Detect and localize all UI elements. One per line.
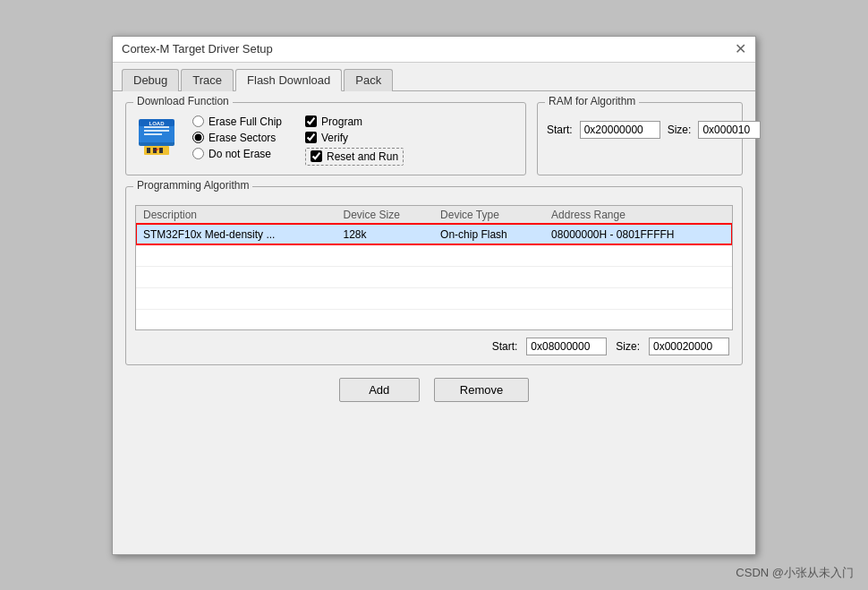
erase-full-chip-option[interactable]: Erase Full Chip [192, 115, 282, 128]
ram-group-label: RAM for Algorithm [545, 95, 639, 107]
tab-pack[interactable]: Pack [344, 69, 393, 91]
cell-address-range: 08000000H - 0801FFFFH [544, 224, 732, 244]
verify-checkbox[interactable] [305, 132, 317, 143]
button-row: Add Remove [125, 378, 743, 402]
bottom-fields: Start: Size: [135, 338, 733, 355]
table-body: STM32F10x Med-density ... 128k On-chip F… [136, 224, 732, 309]
prog-start-input[interactable] [526, 338, 607, 355]
ram-size-label: Size: [668, 124, 692, 136]
cell-device-type: On-chip Flash [433, 224, 544, 244]
svg-rect-2 [144, 126, 169, 128]
table-header: Description Device Size Device Type Addr… [136, 206, 732, 225]
title-bar: Cortex-M Target Driver Setup ✕ [113, 37, 755, 63]
svg-text:LOAD: LOAD [149, 121, 166, 126]
prog-size-input[interactable] [649, 338, 729, 355]
svg-rect-8 [147, 148, 150, 153]
prog-start-label: Start: [492, 340, 518, 353]
erase-full-chip-radio[interactable] [192, 115, 204, 127]
tab-flash-download[interactable]: Flash Download [235, 69, 342, 91]
reset-and-run-checkbox-label[interactable]: Reset and Run [305, 148, 404, 166]
table-row-empty1 [136, 244, 732, 266]
prog-table: Description Device Size Device Type Addr… [136, 206, 732, 310]
svg-rect-4 [144, 133, 162, 135]
programming-algorithm-group: Programming Algorithm Description Device… [125, 186, 743, 365]
ram-size-input[interactable] [698, 121, 761, 139]
reset-and-run-checkbox[interactable] [311, 150, 322, 162]
download-function-inner: LOAD Erase Full Chip [135, 115, 516, 166]
ram-inner: Start: Size: [547, 121, 733, 139]
program-checkbox[interactable] [305, 115, 317, 127]
cell-device-size: 128k [336, 224, 434, 244]
col-device-size: Device Size [336, 206, 434, 225]
checkbox-group: Program Verify Reset and Run [305, 115, 404, 166]
ram-start-label: Start: [547, 124, 573, 136]
table-container: Description Device Size Device Type Addr… [135, 205, 733, 330]
prog-size-label: Size: [616, 340, 640, 353]
do-not-erase-option[interactable]: Do not Erase [192, 148, 282, 160]
program-checkbox-label[interactable]: Program [305, 115, 404, 128]
download-function-group: Download Function LOAD [125, 102, 526, 175]
tab-bar: Debug Trace Flash Download Pack [113, 63, 755, 91]
window-title: Cortex-M Target Driver Setup [122, 42, 273, 56]
ram-for-algorithm-group: RAM for Algorithm Start: Size: [537, 102, 743, 175]
close-button[interactable]: ✕ [735, 42, 746, 56]
load-icon: LOAD [135, 117, 178, 160]
table-row[interactable]: STM32F10x Med-density ... 128k On-chip F… [136, 224, 732, 244]
erase-sectors-option[interactable]: Erase Sectors [192, 132, 282, 144]
content-area: Download Function LOAD [113, 91, 755, 413]
remove-button[interactable]: Remove [434, 378, 529, 402]
col-device-type: Device Type [433, 206, 544, 225]
prog-algo-label: Programming Algorithm [133, 179, 252, 192]
add-button[interactable]: Add [339, 378, 420, 402]
svg-rect-3 [144, 130, 169, 132]
table-wrapper: Description Device Size Device Type Addr… [135, 205, 733, 330]
col-description: Description [136, 206, 336, 225]
erase-sectors-radio[interactable] [192, 132, 204, 143]
verify-checkbox-label[interactable]: Verify [305, 132, 404, 144]
radio-group: Erase Full Chip Erase Sectors Do not Era… [192, 115, 282, 160]
table-row-empty2 [136, 266, 732, 287]
watermark: CSDN @小张从未入门 [736, 565, 854, 581]
table-row-empty3 [136, 287, 732, 309]
tab-trace[interactable]: Trace [181, 69, 234, 91]
top-section: Download Function LOAD [125, 102, 743, 186]
col-address-range: Address Range [544, 206, 732, 225]
tab-debug[interactable]: Debug [122, 69, 179, 91]
ram-start-input[interactable] [580, 121, 660, 139]
do-not-erase-radio[interactable] [192, 148, 204, 159]
download-function-label: Download Function [133, 95, 233, 107]
main-window: Cortex-M Target Driver Setup ✕ Debug Tra… [112, 36, 756, 555]
cell-description: STM32F10x Med-density ... [136, 224, 336, 244]
